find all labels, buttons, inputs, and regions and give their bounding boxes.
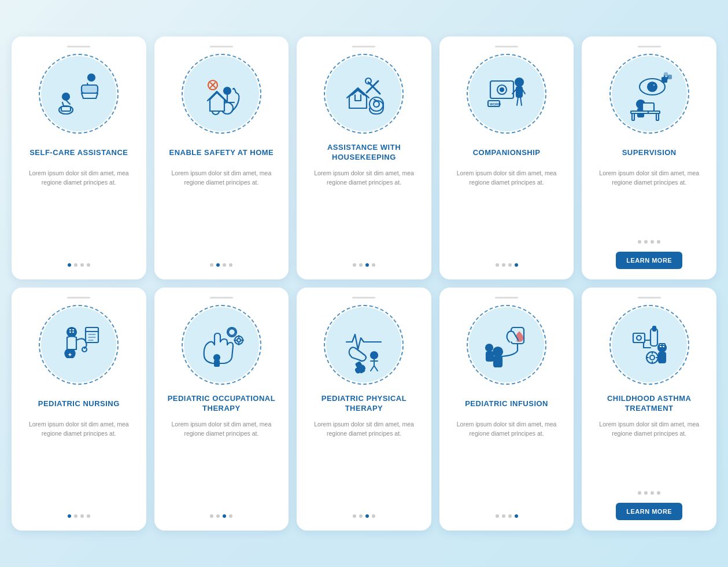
self-care-icon <box>50 65 108 123</box>
svg-point-28 <box>648 82 657 91</box>
dot-2 <box>502 263 505 267</box>
svg-point-7 <box>224 87 231 94</box>
card-title: ENABLE SAFETY AT HOME <box>169 142 274 163</box>
dots-row <box>638 491 660 495</box>
icon-area-infusion <box>466 304 547 385</box>
svg-point-61 <box>214 355 220 360</box>
card-title: PEDIATRIC OCCUPATIONAL THERAPY <box>162 393 281 414</box>
dot-1 <box>68 263 71 267</box>
card-top-dash <box>210 297 233 299</box>
card-desc: Lorem ipsum dolor sit dim amet, mea regi… <box>162 420 281 507</box>
svg-point-14 <box>369 97 383 111</box>
card-asthma-treatment: CHILDHOOD ASTHMA TREATMENT Lorem ipsum d… <box>582 288 716 531</box>
cards-grid: SELF-CARE ASSISTANCE Lorem ipsum dolor s… <box>12 36 716 531</box>
card-desc: Lorem ipsum dolor sit dim amet, mea regi… <box>448 420 566 507</box>
svg-rect-30 <box>662 78 667 82</box>
dot-3 <box>365 263 369 267</box>
dots-row <box>68 263 90 267</box>
card-title: PEDIATRIC INFUSION <box>465 393 548 414</box>
svg-point-74 <box>486 344 493 351</box>
card-title: COMPANIONSHIP <box>473 142 541 163</box>
pediatric-nursing-icon <box>50 316 108 374</box>
svg-rect-75 <box>486 352 493 361</box>
svg-point-29 <box>653 84 655 86</box>
svg-point-21 <box>515 78 523 86</box>
dot-1 <box>68 514 71 518</box>
svg-line-67 <box>374 366 378 371</box>
dots-row <box>353 514 375 518</box>
svg-point-72 <box>493 347 502 356</box>
card-title: PEDIATRIC PHYSICAL THERAPY <box>305 393 423 414</box>
dot-4 <box>515 263 518 267</box>
dot-2 <box>644 491 648 495</box>
dots-row <box>210 514 232 518</box>
learn-more-button-supervision[interactable]: LEARN MORE <box>616 252 682 269</box>
physical-therapy-icon <box>335 316 393 374</box>
dot-1 <box>638 240 641 244</box>
dot-3 <box>508 514 512 518</box>
dots-row <box>496 263 518 267</box>
card-supervision: SUPERVISION Lorem ipsum dolor sit dim am… <box>582 36 716 279</box>
svg-point-0 <box>88 74 95 81</box>
dot-4 <box>87 514 90 518</box>
dot-1 <box>210 514 213 518</box>
safety-home-icon <box>193 65 250 123</box>
dot-4 <box>372 514 375 518</box>
icon-area-nursing <box>38 304 119 385</box>
svg-rect-38 <box>632 113 634 120</box>
card-self-care: SELF-CARE ASSISTANCE Lorem ipsum dolor s… <box>12 36 146 279</box>
companionship-icon: WORD <box>478 65 535 123</box>
card-physical-therapy: PEDIATRIC PHYSICAL THERAPY Lorem ipsum d… <box>297 288 431 531</box>
svg-point-2 <box>62 93 69 100</box>
card-companionship: WORD COMPANIONSHIP Lorem ipsum dolor sit… <box>439 36 574 279</box>
dot-1 <box>496 514 499 518</box>
dot-2 <box>644 240 648 244</box>
svg-rect-1 <box>82 85 98 93</box>
card-title: ASSISTANCE WITH HOUSEKEEPING <box>305 142 423 163</box>
dots-row <box>638 240 660 244</box>
icon-area-supervision <box>609 53 690 134</box>
learn-more-button-asthma[interactable]: LEARN MORE <box>616 503 682 520</box>
icon-area-safety <box>181 53 262 134</box>
dot-4 <box>657 240 660 244</box>
dot-3 <box>651 491 654 495</box>
dot-2 <box>216 263 220 267</box>
card-title: SUPERVISION <box>622 142 677 163</box>
dot-1 <box>353 263 356 267</box>
dot-2 <box>359 263 363 267</box>
dot-3 <box>80 514 84 518</box>
dot-4 <box>372 263 375 267</box>
svg-line-26 <box>520 97 522 105</box>
icon-area-housekeeping <box>323 53 404 134</box>
card-top-dash <box>67 297 90 299</box>
card-housekeeping: ASSISTANCE WITH HOUSEKEEPING Lorem ipsum… <box>297 36 431 279</box>
svg-rect-73 <box>494 356 502 367</box>
card-top-dash <box>638 297 661 299</box>
svg-rect-82 <box>659 352 666 363</box>
occupational-therapy-icon <box>193 316 250 374</box>
dots-row <box>68 514 90 518</box>
dots-row <box>353 263 375 267</box>
dot-4 <box>229 263 232 267</box>
dots-row <box>210 263 232 267</box>
dots-row <box>496 514 518 518</box>
svg-rect-40 <box>642 103 654 111</box>
pediatric-infusion-icon <box>478 316 535 374</box>
supervision-icon <box>620 65 678 123</box>
svg-line-25 <box>517 97 518 105</box>
card-desc: Lorem ipsum dolor sit dim amet, mea regi… <box>590 169 708 233</box>
icon-area-occupational <box>181 304 262 385</box>
card-occupational-therapy: PEDIATRIC OCCUPATIONAL THERAPY Lorem ips… <box>154 288 289 531</box>
card-desc: Lorem ipsum dolor sit dim amet, mea regi… <box>20 420 138 507</box>
dot-2 <box>502 514 505 518</box>
dot-1 <box>353 514 356 518</box>
dot-1 <box>638 491 641 495</box>
dot-4 <box>657 491 660 495</box>
dot-1 <box>210 263 213 267</box>
icon-area-asthma <box>609 304 690 385</box>
card-top-dash <box>495 297 518 299</box>
card-desc: Lorem ipsum dolor sit dim amet, mea regi… <box>162 169 281 256</box>
dot-4 <box>515 514 518 518</box>
card-title: SELF-CARE ASSISTANCE <box>29 142 128 163</box>
svg-rect-22 <box>516 87 522 97</box>
